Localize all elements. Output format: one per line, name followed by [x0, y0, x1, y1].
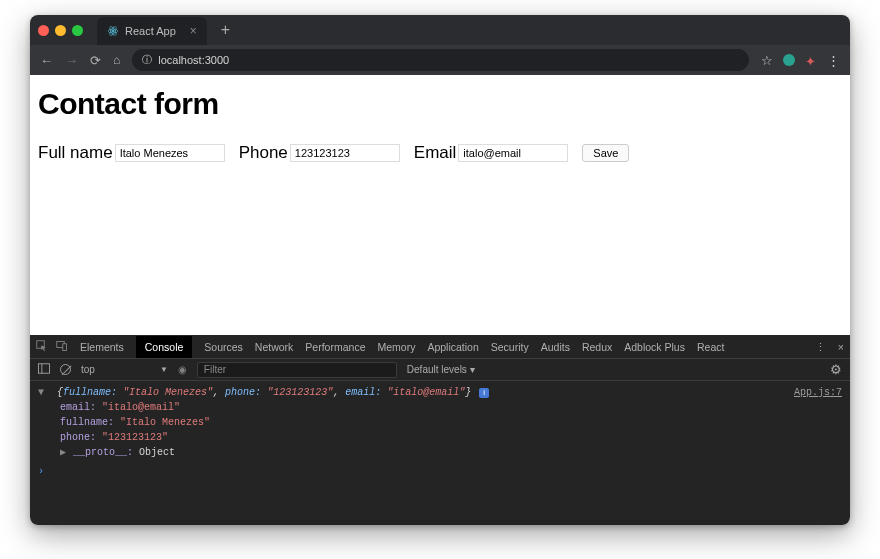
back-button[interactable]: ←	[40, 53, 53, 68]
svg-rect-7	[38, 364, 49, 373]
log-entry: ▼ {fullname: "Italo Menezes", phone: "12…	[38, 385, 842, 460]
extension-icon-2[interactable]: ✦	[805, 54, 817, 66]
info-icon[interactable]: i	[479, 388, 489, 398]
minimize-window-button[interactable]	[55, 25, 66, 36]
svg-point-0	[112, 30, 114, 32]
fullname-input[interactable]	[115, 144, 225, 162]
inspect-element-icon[interactable]	[36, 340, 48, 354]
devtools-tab-strip: Elements Console Sources Network Perform…	[30, 335, 850, 359]
nav-buttons: ← → ⟳ ⌂	[40, 53, 120, 68]
email-label: Email	[414, 143, 457, 163]
home-button[interactable]: ⌂	[113, 53, 120, 67]
close-tab-icon[interactable]: ×	[190, 24, 197, 38]
console-filter-bar: top ▼ ◉ Filter Default levels ▾ ⚙	[30, 359, 850, 381]
chevron-down-icon: ▼	[160, 365, 168, 374]
save-button[interactable]: Save	[582, 144, 629, 162]
tab-sources[interactable]: Sources	[204, 341, 243, 353]
tab-adblock[interactable]: Adblock Plus	[624, 341, 685, 353]
expand-icon[interactable]: ▶	[60, 445, 69, 460]
tab-redux[interactable]: Redux	[582, 341, 612, 353]
page-content: Contact form Full name Phone Email Save	[30, 75, 850, 335]
tab-react[interactable]: React	[697, 341, 724, 353]
phone-input[interactable]	[290, 144, 400, 162]
svg-rect-6	[63, 343, 67, 350]
browser-tab[interactable]: React App ×	[97, 17, 207, 45]
tab-console[interactable]: Console	[136, 336, 193, 358]
context-selector[interactable]: top ▼	[81, 364, 168, 375]
collapse-icon[interactable]: ▼	[38, 385, 47, 400]
filter-input[interactable]: Filter	[197, 362, 397, 378]
new-tab-button[interactable]: +	[221, 21, 230, 39]
reload-button[interactable]: ⟳	[90, 53, 101, 68]
tab-audits[interactable]: Audits	[541, 341, 570, 353]
address-bar: ← → ⟳ ⌂ ⓘ localhost:3000 ☆ ✦ ⋮	[30, 45, 850, 75]
clear-console-icon[interactable]	[60, 364, 71, 375]
device-toolbar-icon[interactable]	[56, 340, 68, 354]
contact-form: Full name Phone Email Save	[38, 143, 842, 163]
phone-label: Phone	[239, 143, 288, 163]
log-level-selector[interactable]: Default levels ▾	[407, 364, 475, 375]
console-settings-icon[interactable]: ⚙	[830, 362, 842, 377]
close-window-button[interactable]	[38, 25, 49, 36]
tab-performance[interactable]: Performance	[305, 341, 365, 353]
tab-application[interactable]: Application	[427, 341, 478, 353]
tab-memory[interactable]: Memory	[377, 341, 415, 353]
devtools-menu-icon[interactable]: ⋮	[815, 341, 826, 353]
browser-window: React App × + ← → ⟳ ⌂ ⓘ localhost:3000 ☆…	[30, 15, 850, 525]
tab-security[interactable]: Security	[491, 341, 529, 353]
site-info-icon[interactable]: ⓘ	[142, 53, 152, 67]
traffic-lights	[38, 25, 83, 36]
tab-title: React App	[125, 25, 176, 37]
console-sidebar-toggle-icon[interactable]	[38, 363, 50, 376]
devtools-close-icon[interactable]: ×	[838, 341, 844, 353]
tab-network[interactable]: Network	[255, 341, 294, 353]
email-input[interactable]	[458, 144, 568, 162]
url-input[interactable]: ⓘ localhost:3000	[132, 49, 749, 71]
window-titlebar: React App × +	[30, 15, 850, 45]
url-text: localhost:3000	[158, 54, 229, 66]
tab-elements[interactable]: Elements	[80, 341, 124, 353]
forward-button[interactable]: →	[65, 53, 78, 68]
maximize-window-button[interactable]	[72, 25, 83, 36]
console-prompt[interactable]: ›	[38, 464, 842, 479]
page-title: Contact form	[38, 87, 842, 121]
menu-icon[interactable]: ⋮	[827, 53, 840, 68]
extension-icon-1[interactable]	[783, 54, 795, 66]
toolbar-right: ☆ ✦ ⋮	[761, 53, 840, 68]
bookmark-icon[interactable]: ☆	[761, 53, 773, 68]
console-output[interactable]: ▼ {fullname: "Italo Menezes", phone: "12…	[30, 381, 850, 525]
react-favicon-icon	[107, 25, 119, 37]
live-expression-icon[interactable]: ◉	[178, 364, 187, 375]
log-source-link[interactable]: App.js:7	[794, 385, 842, 460]
devtools-panel: Elements Console Sources Network Perform…	[30, 335, 850, 525]
fullname-label: Full name	[38, 143, 113, 163]
